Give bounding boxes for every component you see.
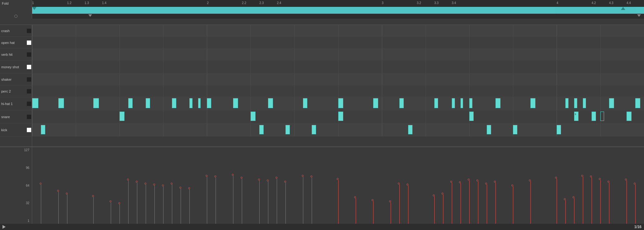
velocity-stem[interactable] xyxy=(452,183,452,224)
velocity-stem[interactable] xyxy=(181,189,181,224)
note-block[interactable] xyxy=(373,98,378,108)
note-block[interactable] xyxy=(574,98,577,108)
velocity-stem[interactable] xyxy=(242,179,242,224)
velocity-stem[interactable] xyxy=(233,176,233,224)
note-block[interactable] xyxy=(303,98,307,108)
velocity-stem[interactable] xyxy=(557,179,557,224)
play-button[interactable] xyxy=(2,225,6,229)
note-block[interactable] xyxy=(495,98,500,108)
note-block[interactable] xyxy=(487,125,491,134)
playback-bar-row[interactable] xyxy=(0,7,644,14)
velocity-stem[interactable] xyxy=(583,177,583,224)
playback-range[interactable] xyxy=(32,7,644,14)
note-block[interactable] xyxy=(452,98,455,108)
note-block[interactable] xyxy=(172,98,176,108)
velocity-stem[interactable] xyxy=(434,196,435,224)
velocity-stem[interactable] xyxy=(172,184,172,224)
note-block[interactable] xyxy=(469,112,474,121)
note-block[interactable] xyxy=(32,98,38,108)
note-block[interactable] xyxy=(399,98,404,108)
track-row-snare[interactable]: s xyxy=(32,110,644,123)
velocity-stem[interactable] xyxy=(128,180,129,224)
velocity-stem[interactable] xyxy=(216,177,216,224)
velocity-content[interactable] xyxy=(32,147,644,224)
track-row-moneyshot[interactable] xyxy=(32,60,644,74)
note-block[interactable] xyxy=(268,98,273,108)
velocity-stem[interactable] xyxy=(41,184,41,224)
velocity-stem[interactable] xyxy=(259,180,260,224)
note-block[interactable] xyxy=(530,98,535,108)
note-block[interactable] xyxy=(338,98,343,108)
velocity-stem[interactable] xyxy=(600,180,601,224)
velocity-stem[interactable] xyxy=(461,183,461,224)
velocity-stem[interactable] xyxy=(443,194,443,224)
velocity-stem[interactable] xyxy=(312,177,312,224)
velocity-stem[interactable] xyxy=(495,183,496,224)
fold-label[interactable]: Fold xyxy=(0,0,32,7)
note-block[interactable] xyxy=(557,125,561,134)
quantize-value[interactable]: 1/16 xyxy=(634,225,642,229)
note-block[interactable] xyxy=(434,98,438,108)
velocity-stem[interactable] xyxy=(58,192,59,224)
velocity-stem[interactable] xyxy=(189,189,190,224)
track-row-crash[interactable] xyxy=(32,25,644,37)
velocity-stem[interactable] xyxy=(592,177,592,224)
note-block[interactable] xyxy=(338,112,343,121)
velocity-stem[interactable] xyxy=(268,181,268,224)
note-block[interactable] xyxy=(189,98,193,108)
note-block[interactable] xyxy=(146,98,150,108)
velocity-stem[interactable] xyxy=(513,186,513,224)
note-block[interactable] xyxy=(461,98,463,108)
velocity-stem[interactable] xyxy=(565,200,566,224)
velocity-stem[interactable] xyxy=(163,186,163,224)
track-row-openhat[interactable] xyxy=(32,37,644,49)
scroll-track[interactable] xyxy=(32,14,644,19)
velocity-stem[interactable] xyxy=(627,180,627,224)
velocity-stem[interactable] xyxy=(469,180,470,224)
track-row-verbhit[interactable] xyxy=(32,49,644,60)
velocity-stem[interactable] xyxy=(609,183,609,224)
ruler-marks[interactable]: 11.21.31.422.22.32.433.23.33.444.24.34.4 xyxy=(32,0,644,7)
velocity-stem[interactable] xyxy=(93,197,94,224)
velocity-stem[interactable] xyxy=(207,177,207,224)
velocity-stem[interactable] xyxy=(338,180,339,224)
velocity-stem[interactable] xyxy=(137,183,137,224)
velocity-stem[interactable] xyxy=(635,184,636,224)
velocity-stem[interactable] xyxy=(530,181,531,224)
velocity-stem[interactable] xyxy=(391,202,391,224)
velocity-stem[interactable] xyxy=(154,185,155,224)
velocity-stem[interactable] xyxy=(373,201,373,224)
velocity-stem[interactable] xyxy=(67,194,67,224)
velocity-stem[interactable] xyxy=(146,184,146,224)
note-block[interactable] xyxy=(565,98,568,108)
note-block[interactable] xyxy=(41,125,45,134)
note-block[interactable] xyxy=(259,125,264,134)
note-block[interactable] xyxy=(198,98,201,108)
note-block[interactable] xyxy=(93,98,99,108)
note-block[interactable] xyxy=(469,98,472,108)
track-row-shaker[interactable] xyxy=(32,74,644,85)
note-block[interactable] xyxy=(609,98,614,108)
velocity-stem[interactable] xyxy=(408,185,408,224)
track-row-hihat1[interactable] xyxy=(32,97,644,110)
note-block[interactable] xyxy=(58,98,64,108)
velocity-stem[interactable] xyxy=(478,181,478,224)
velocity-stem[interactable] xyxy=(356,198,356,224)
note-block[interactable] xyxy=(233,98,238,108)
velocity-stem[interactable] xyxy=(111,202,111,224)
velocity-stem[interactable] xyxy=(120,204,120,224)
track-row-perc2[interactable] xyxy=(32,85,644,97)
velocity-stem[interactable] xyxy=(303,177,303,224)
note-block[interactable] xyxy=(285,125,290,134)
velocity-stem[interactable] xyxy=(277,179,277,224)
velocity-stem[interactable] xyxy=(487,184,487,224)
note-block[interactable] xyxy=(583,98,586,108)
note-block[interactable] xyxy=(408,125,412,134)
note-block[interactable] xyxy=(312,125,316,134)
velocity-stem[interactable] xyxy=(399,184,400,224)
note-block[interactable]: s xyxy=(574,112,578,121)
note-block[interactable] xyxy=(120,112,124,121)
note-block[interactable] xyxy=(251,112,256,121)
note-block[interactable] xyxy=(513,125,517,134)
note-block[interactable] xyxy=(627,112,632,121)
